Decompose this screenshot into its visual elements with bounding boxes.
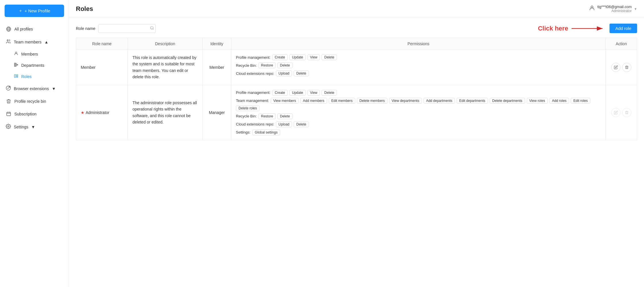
sidebar-item-all-profiles[interactable]: All profiles xyxy=(0,23,69,35)
svg-point-3 xyxy=(7,40,9,41)
permission-tag: Create xyxy=(272,90,288,96)
team-icon xyxy=(6,39,11,45)
subscription-label: Subscription xyxy=(14,112,36,116)
permission-tag: Delete xyxy=(322,90,337,96)
arrow-icon xyxy=(572,24,606,33)
user-info[interactable]: tig***t06@gmail.com Administrator ▼ xyxy=(589,5,637,18)
user-avatar-icon xyxy=(589,5,595,13)
recycle-bin-icon xyxy=(6,98,11,104)
permission-tag: Create xyxy=(272,54,288,60)
user-email: tig***t06@gmail.com xyxy=(597,5,632,9)
permission-tag: Edit departments xyxy=(457,98,488,104)
sidebar-item-members[interactable]: Members xyxy=(0,48,69,60)
sidebar: ＋ + New Profile All profiles Team member… xyxy=(0,0,69,287)
permission-tag: View members xyxy=(271,98,299,104)
permission-tag: View departments xyxy=(389,98,422,104)
permission-tag: Global settings xyxy=(252,130,280,135)
permission-label: Settings: xyxy=(236,130,251,134)
permission-tag: Upload xyxy=(276,121,292,127)
settings-label: Settings xyxy=(14,125,28,129)
permission-row: Profile management:CreateUpdateViewDelet… xyxy=(236,54,601,60)
permission-row: Recycle Bin:RestoreDelete xyxy=(236,62,601,68)
permission-tag: Delete members xyxy=(357,98,387,104)
user-chevron-icon: ▼ xyxy=(634,7,637,11)
col-action: Action xyxy=(606,38,637,50)
delete-button[interactable] xyxy=(622,63,631,72)
star-icon: ★ xyxy=(81,110,84,115)
add-role-button[interactable]: Add role xyxy=(610,24,637,33)
permission-row: Cloud extensions repo:UploadDelete xyxy=(236,121,601,127)
settings-icon xyxy=(6,124,11,130)
all-profiles-label: All profiles xyxy=(14,27,33,31)
permission-tag: Edit members xyxy=(329,98,355,104)
svg-line-24 xyxy=(153,29,153,30)
identity-cell: Member xyxy=(203,50,231,85)
svg-rect-13 xyxy=(14,75,16,77)
permission-tag: Delete roles xyxy=(236,105,259,111)
click-here-area: Click here Add role xyxy=(538,24,637,33)
filter-bar: Role name Click here xyxy=(76,24,637,33)
permission-tag: Delete xyxy=(277,113,293,119)
sidebar-browser-extensions[interactable]: Browser extensions ▼ xyxy=(0,82,69,95)
roles-icon xyxy=(14,74,18,79)
table-row: ★AdministratorThe administrator role pos… xyxy=(76,85,637,140)
permission-tag: Delete xyxy=(294,121,309,127)
permission-tag: Restore xyxy=(258,113,276,119)
permission-tag: Add roles xyxy=(549,98,569,104)
chevron-down-icon: ▼ xyxy=(52,86,56,91)
permissions-cell: Profile management:CreateUpdateViewDelet… xyxy=(231,85,606,140)
page-title: Roles xyxy=(76,5,93,17)
delete-button xyxy=(622,108,631,117)
svg-rect-5 xyxy=(14,63,16,64)
sidebar-item-roles[interactable]: Roles xyxy=(0,71,69,82)
svg-rect-7 xyxy=(14,66,16,66)
role-name-text: Administrator xyxy=(86,110,109,115)
action-cell xyxy=(606,50,637,85)
search-input[interactable] xyxy=(98,24,156,33)
svg-rect-14 xyxy=(16,75,18,76)
permission-tag: View roles xyxy=(527,98,548,104)
col-role-name: Role name xyxy=(76,38,128,50)
click-here-text: Click here xyxy=(538,25,568,32)
permissions-cell: Profile management:CreateUpdateViewDelet… xyxy=(231,50,606,85)
permission-tag: Delete xyxy=(294,71,309,76)
sidebar-team-members[interactable]: Team members ▲ xyxy=(0,35,69,48)
permission-label: Profile management: xyxy=(236,90,270,95)
permission-tag: Delete xyxy=(277,62,293,68)
role-name-text: Member xyxy=(81,65,95,70)
permission-tag: Add departments xyxy=(424,98,455,104)
permission-tag: View xyxy=(307,54,320,60)
roles-label: Roles xyxy=(21,74,32,79)
permission-tag: Upload xyxy=(276,71,292,76)
new-profile-button[interactable]: ＋ + New Profile xyxy=(5,5,64,17)
sidebar-item-subscription[interactable]: Subscription xyxy=(0,108,69,120)
team-members-children: Members Departments Roles xyxy=(0,48,69,82)
search-button[interactable] xyxy=(150,26,154,31)
permission-row: Cloud extensions repo:UploadDelete xyxy=(236,71,601,76)
sidebar-settings[interactable]: Settings ▼ xyxy=(0,120,69,133)
member-icon xyxy=(14,51,18,57)
svg-point-16 xyxy=(9,86,10,88)
departments-icon xyxy=(14,62,18,68)
add-role-label: Add role xyxy=(615,26,631,31)
permission-row: Profile management:CreateUpdateViewDelet… xyxy=(236,90,601,96)
departments-label: Departments xyxy=(21,63,44,68)
sidebar-item-departments[interactable]: Departments xyxy=(0,60,69,71)
svg-rect-15 xyxy=(16,76,18,77)
svg-point-21 xyxy=(8,126,9,127)
browser-extensions-label: Browser extensions xyxy=(14,86,49,91)
members-label: Members xyxy=(21,52,38,56)
table-header-row: Role name Description Identity Permissio… xyxy=(76,38,637,50)
permission-tag: Update xyxy=(289,90,306,96)
permission-row: Settings:Global settings xyxy=(236,130,601,135)
sidebar-item-profile-recycle-bin[interactable]: Profile recycle bin xyxy=(0,95,69,108)
user-details: tig***t06@gmail.com Administrator xyxy=(597,5,632,13)
main-content: Roles tig***t06@gmail.com Administrator … xyxy=(69,0,644,287)
edit-button xyxy=(611,108,620,117)
permission-label: Profile management: xyxy=(236,55,270,60)
edit-button[interactable] xyxy=(611,63,620,72)
chevron-down-icon2: ▼ xyxy=(31,125,35,129)
identity-cell: Manager xyxy=(203,85,231,140)
role-name-filter-label: Role name xyxy=(76,26,95,31)
permission-label: Cloud extensions repo: xyxy=(236,71,274,76)
